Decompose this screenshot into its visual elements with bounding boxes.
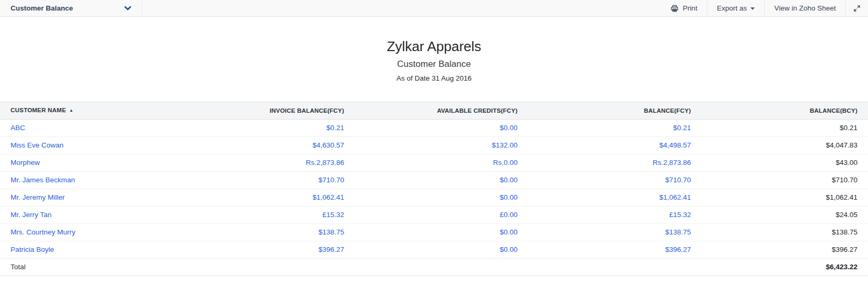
customer-name-link[interactable]: Mrs. Courtney Murry — [11, 228, 75, 236]
toolbar: Customer Balance Print Export as View in… — [0, 0, 868, 17]
balance-bcy-value: $138.75 — [695, 224, 868, 241]
balance-fcy-value[interactable]: $4,498.57 — [522, 137, 695, 154]
available-credits-fcy-value[interactable]: $0.00 — [348, 189, 522, 207]
customer-name-link[interactable]: Mr. Jerry Tan — [11, 211, 52, 219]
column-header-label: CUSTOMER NAME — [11, 107, 66, 113]
customer-name-link[interactable]: Mr. Jeremy Miller — [11, 193, 65, 201]
table-row: Patricia Boyle $396.27 $0.00 $396.27 $39… — [0, 241, 868, 259]
table-row: Mr. Jerry Tan £15.32 £0.00 £15.32 $24.05 — [0, 207, 868, 224]
customer-name-link[interactable]: Mr. James Beckman — [11, 176, 75, 184]
invoice-balance-fcy-value[interactable]: $4,630.57 — [175, 137, 348, 154]
report-title: Customer Balance — [0, 59, 868, 70]
printer-icon — [670, 4, 679, 13]
report-date-line: As of Date 31 Aug 2016 — [0, 74, 868, 83]
column-header-balance-fcy[interactable]: BALANCE(FCY) — [522, 102, 695, 120]
balance-bcy-value: $396.27 — [695, 241, 868, 259]
view-in-zoho-sheet-label: View in Zoho Sheet — [774, 4, 836, 12]
available-credits-fcy-value[interactable]: $132.00 — [348, 137, 522, 154]
balance-fcy-value[interactable]: £15.32 — [522, 207, 695, 224]
balance-bcy-value: $43.00 — [695, 154, 868, 172]
available-credits-fcy-value[interactable]: $0.00 — [348, 172, 522, 189]
report-selector-label: Customer Balance — [11, 4, 73, 12]
balance-fcy-value[interactable]: $138.75 — [522, 224, 695, 241]
balance-fcy-value[interactable]: $710.70 — [522, 172, 695, 189]
balance-bcy-value: $0.21 — [695, 120, 868, 137]
export-as-label: Export as — [717, 4, 747, 12]
company-name: Zylkar Apparels — [0, 38, 868, 54]
invoice-balance-fcy-value[interactable]: £15.32 — [175, 207, 348, 224]
customer-name-link[interactable]: Morphew — [11, 159, 40, 166]
balance-bcy-value: $710.70 — [695, 172, 868, 189]
print-button[interactable]: Print — [661, 0, 707, 16]
available-credits-fcy-value[interactable]: $0.00 — [348, 120, 522, 137]
balance-fcy-value[interactable]: $1,062.41 — [522, 189, 695, 207]
table-row: Mr. Jeremy Miller $1,062.41 $0.00 $1,062… — [0, 189, 868, 207]
chevron-down-icon — [123, 4, 132, 13]
column-header-available-credits-fcy[interactable]: AVAILABLE CREDITS(FCY) — [348, 102, 522, 120]
available-credits-fcy-value[interactable]: $0.00 — [348, 224, 522, 241]
report-selector-dropdown[interactable]: Customer Balance — [0, 0, 142, 16]
invoice-balance-fcy-value[interactable]: Rs.2,873.86 — [175, 154, 348, 172]
available-credits-fcy-value[interactable]: £0.00 — [348, 207, 522, 224]
total-label: Total — [0, 259, 175, 276]
table-row: ABC $0.21 $0.00 $0.21 $0.21 — [0, 120, 868, 137]
table-row: Mr. James Beckman $710.70 $0.00 $710.70 … — [0, 172, 868, 189]
customer-name-link[interactable]: ABC — [11, 124, 25, 132]
table-row: Miss Eve Cowan $4,630.57 $132.00 $4,498.… — [0, 137, 868, 154]
invoice-balance-fcy-value[interactable]: $138.75 — [175, 224, 348, 241]
sort-ascending-icon: ▲ — [69, 107, 73, 114]
expand-diagonal-icon — [853, 4, 861, 13]
caret-down-icon — [750, 7, 755, 10]
expand-button[interactable] — [845, 0, 868, 16]
available-credits-fcy-value[interactable]: $0.00 — [348, 241, 522, 259]
customer-name-link[interactable]: Patricia Boyle — [11, 246, 54, 253]
table-header-row: CUSTOMER NAME▲ INVOICE BALANCE(FCY) AVAI… — [0, 102, 868, 120]
column-header-customer-name[interactable]: CUSTOMER NAME▲ — [0, 102, 175, 120]
column-header-balance-bcy[interactable]: BALANCE(BCY) — [695, 102, 868, 120]
invoice-balance-fcy-value[interactable]: $1,062.41 — [175, 189, 348, 207]
table-row: Morphew Rs.2,873.86 Rs.0.00 Rs.2,873.86 … — [0, 154, 868, 172]
total-row: Total $6,423.22 — [0, 259, 868, 276]
customer-balance-table: CUSTOMER NAME▲ INVOICE BALANCE(FCY) AVAI… — [0, 102, 868, 276]
customer-name-link[interactable]: Miss Eve Cowan — [11, 141, 64, 149]
balance-bcy-value: $4,047.83 — [695, 137, 868, 154]
available-credits-fcy-value[interactable]: Rs.0.00 — [348, 154, 522, 172]
column-header-invoice-balance-fcy[interactable]: INVOICE BALANCE(FCY) — [175, 102, 348, 120]
balance-fcy-value[interactable]: $396.27 — [522, 241, 695, 259]
toolbar-actions: Print Export as View in Zoho Sheet — [661, 0, 868, 16]
export-as-button[interactable]: Export as — [707, 0, 764, 16]
report-header: Zylkar Apparels Customer Balance As of D… — [0, 38, 868, 83]
table-row: Mrs. Courtney Murry $138.75 $0.00 $138.7… — [0, 224, 868, 241]
view-in-zoho-sheet-button[interactable]: View in Zoho Sheet — [764, 0, 845, 16]
invoice-balance-fcy-value[interactable]: $396.27 — [175, 241, 348, 259]
table-body: ABC $0.21 $0.00 $0.21 $0.21 Miss Eve Cow… — [0, 120, 868, 259]
balance-fcy-value[interactable]: Rs.2,873.86 — [522, 154, 695, 172]
balance-bcy-value: $1,062.41 — [695, 189, 868, 207]
invoice-balance-fcy-value[interactable]: $0.21 — [175, 120, 348, 137]
print-label: Print — [682, 4, 697, 12]
balance-bcy-value: $24.05 — [695, 207, 868, 224]
invoice-balance-fcy-value[interactable]: $710.70 — [175, 172, 348, 189]
total-balance-bcy-value: $6,423.22 — [695, 259, 868, 276]
balance-fcy-value[interactable]: $0.21 — [522, 120, 695, 137]
